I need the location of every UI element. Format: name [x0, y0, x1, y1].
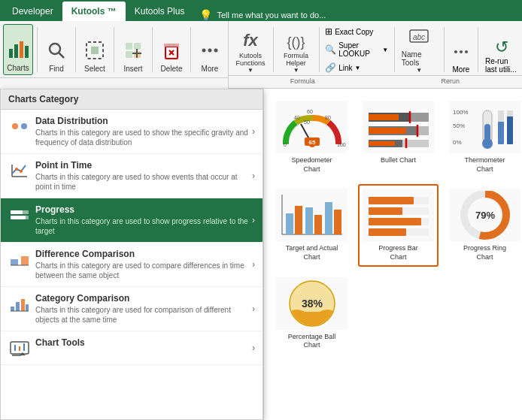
menu-item-difference[interactable]: Difference Comparison Charts in this cat… — [1, 243, 263, 287]
tab-kutools-plus[interactable]: Kutools Plus — [126, 2, 194, 21]
ribbon-right: fx Kutools Functions ▼ {()} Formula Help… — [229, 21, 522, 88]
svg-text:40: 40 — [294, 115, 300, 120]
sep1 — [37, 27, 38, 72]
sep-r4 — [444, 27, 445, 72]
dropdown-menu: Charts Category Data Distribution Charts… — [0, 89, 263, 420]
svg-point-25 — [454, 50, 457, 53]
group-label-row: Formula Rerun — [229, 75, 522, 88]
svg-text:50: 50 — [304, 119, 310, 125]
chart-preview-percentage-ball: 38% — [276, 277, 347, 330]
svg-point-22 — [214, 49, 218, 53]
exact-copy-icon: ⊞ — [325, 26, 332, 37]
main-content: Charts Category Data Distribution Charts… — [0, 89, 522, 420]
sep3 — [114, 27, 114, 72]
progress-arrow: › — [252, 215, 255, 225]
bullet-label: Bullet Chart — [381, 156, 416, 165]
svg-point-28 — [12, 123, 18, 129]
data-distribution-arrow: › — [252, 126, 255, 137]
formula-helper-label: Formula Helper — [281, 52, 312, 67]
more-button-right[interactable]: More — [448, 24, 474, 75]
category-title: Category Comparison — [35, 293, 249, 304]
super-lookup-icon: 🔍 — [325, 44, 336, 55]
svg-line-5 — [59, 53, 64, 58]
find-icon — [47, 41, 66, 63]
svg-rect-88 — [305, 207, 313, 234]
link-button[interactable]: 🔗 Link ▼ — [323, 62, 390, 74]
svg-text:60: 60 — [307, 109, 313, 114]
percentage-ball-label: Percentage Ball Chart — [288, 333, 336, 350]
formula-helper-button[interactable]: {()} Formula Helper ▼ — [278, 24, 315, 75]
delete-icon — [162, 41, 181, 63]
menu-item-data-distribution[interactable]: Data Distribution Charts in this categor… — [1, 110, 263, 154]
rerun-group-label: Rerun — [377, 76, 523, 88]
svg-rect-17 — [164, 44, 179, 47]
svg-rect-83 — [507, 116, 513, 144]
category-desc: Charts in this category are used for com… — [35, 305, 249, 325]
more-button-left[interactable]: More — [195, 24, 225, 75]
more-icon-right — [453, 44, 469, 64]
progress-desc: Charts in this category are used to show… — [35, 216, 249, 236]
delete-label: Delete — [161, 65, 183, 74]
svg-rect-38 — [11, 259, 18, 265]
sep-r1 — [273, 27, 274, 72]
svg-rect-8 — [126, 43, 132, 50]
svg-rect-9 — [134, 43, 141, 50]
ribbon-left: Charts Find — [0, 21, 229, 89]
menu-item-category[interactable]: Category Comparison Charts in this categ… — [1, 287, 263, 331]
svg-rect-72 — [369, 141, 395, 146]
chart-card-progress-bar[interactable]: Progress Bar Chart — [358, 184, 439, 266]
svg-point-32 — [15, 168, 18, 171]
chart-preview-bullet — [363, 101, 434, 153]
search-hint[interactable]: Tell me what you want to do... — [217, 11, 326, 20]
chart-grid: 0 40 60 80 100 65 50 — [264, 89, 522, 362]
delete-button[interactable]: Delete — [156, 24, 187, 75]
svg-text:50%: 50% — [453, 122, 465, 129]
formula-stacked: ⊞ Exact Copy 🔍 Super LOOKUP ▼ 🔗 Link ▼ — [323, 24, 390, 75]
chart-card-bullet[interactable]: Bullet Chart — [358, 96, 439, 178]
menu-item-point-in-time[interactable]: Point in Time Charts in this category ar… — [1, 154, 263, 198]
svg-rect-41 — [11, 307, 14, 311]
chart-card-progress-ring[interactable]: 79% Progress Ring Chart — [445, 184, 522, 266]
progress-content: Progress Charts in this category are use… — [35, 204, 249, 236]
charts-button[interactable]: Charts — [3, 24, 33, 75]
chart-card-target-actual[interactable]: Target and Actual Chart — [272, 184, 352, 266]
chart-tools-arrow: › — [252, 343, 255, 353]
data-distribution-desc: Charts in this category are used to show… — [35, 128, 249, 147]
menu-item-chart-tools[interactable]: Chart Tools › — [1, 331, 263, 365]
chart-card-thermometer[interactable]: 100% 50% 0% — [445, 96, 522, 178]
kutools-functions-button[interactable]: fx Kutools Functions ▼ — [232, 24, 269, 75]
select-button[interactable]: Select — [80, 24, 110, 75]
insert-button[interactable]: Insert — [118, 24, 148, 75]
data-distribution-title: Data Distribution — [35, 116, 249, 126]
ribbon-search-area: 💡 Tell me what you want to do... — [193, 9, 522, 21]
link-icon: 🔗 — [325, 62, 336, 73]
category-icon — [8, 293, 31, 314]
name-tools-label: Name Tools — [402, 50, 437, 67]
progress-bar-label: Progress Bar Chart — [378, 244, 418, 261]
svg-rect-64 — [369, 114, 399, 120]
ribbon-group-label-left — [0, 77, 228, 89]
select-icon — [85, 41, 105, 63]
charts-icon — [8, 38, 29, 62]
exact-copy-button[interactable]: ⊞ Exact Copy — [323, 26, 390, 38]
progress-title: Progress — [35, 204, 249, 215]
chart-card-speedometer[interactable]: 0 40 60 80 100 65 50 — [272, 96, 352, 178]
tab-kutools[interactable]: Kutools ™ — [62, 2, 126, 21]
chart-card-percentage-ball[interactable]: 38% Percentage Ball Chart — [272, 273, 352, 355]
rerun-icon: ↺ — [495, 38, 508, 57]
svg-rect-44 — [26, 304, 29, 311]
rerun-button[interactable]: ↺ Re-run last utili... — [482, 24, 521, 75]
chart-preview-speedometer: 0 40 60 80 100 65 50 — [276, 101, 347, 153]
data-distribution-icon — [8, 116, 31, 137]
speedometer-label: Speedometer Chart — [291, 156, 332, 174]
svg-rect-10 — [126, 51, 132, 58]
point-in-time-title: Point in Time — [35, 160, 249, 171]
super-lookup-button[interactable]: 🔍 Super LOOKUP ▼ — [323, 41, 390, 59]
tab-developer[interactable]: Developer — [3, 2, 62, 21]
menu-item-progress[interactable]: Progress Charts in this category are use… — [1, 198, 263, 243]
find-button[interactable]: Find — [41, 24, 71, 75]
name-tools-button[interactable]: abc Name Tools ▼ — [399, 24, 440, 75]
svg-rect-3 — [25, 46, 29, 58]
chart-preview-progress-bar — [363, 189, 434, 241]
chart-panel: 0 40 60 80 100 65 50 — [263, 89, 522, 420]
